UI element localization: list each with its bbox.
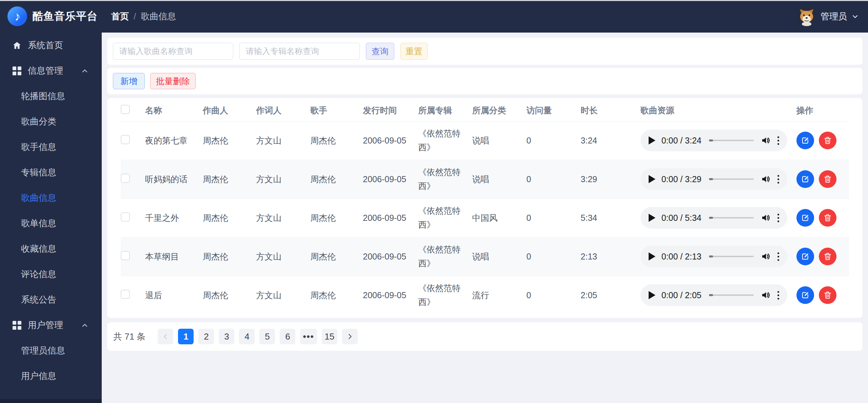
audio-player[interactable]: 0:00 / 2:05 [640,284,787,306]
reset-button[interactable]: 重置 [400,43,428,60]
user-menu[interactable]: 管理员 [797,6,859,26]
sidebar-subitem-label: 轮播图信息 [21,90,65,102]
page-button-6[interactable]: 6 [280,329,295,344]
player-menu-icon[interactable] [777,252,779,261]
volume-icon[interactable] [761,174,771,184]
sidebar-subitem-专辑信息[interactable]: 专辑信息 [0,160,102,185]
album-cell: 《依然范特西》 [418,276,472,314]
play-icon[interactable] [649,214,655,222]
play-icon[interactable] [649,252,655,261]
album-name-search-input[interactable] [239,43,360,60]
page-button-1[interactable]: 1 [178,329,194,344]
player-progress-bar[interactable] [709,256,754,257]
composer-cell: 周杰伦 [203,237,256,276]
row-checkbox[interactable] [121,212,130,222]
song-name-search-input[interactable] [113,43,233,60]
pagination-bar: 共 71 条 123456•••15 [107,322,863,351]
row-checkbox[interactable] [121,290,130,299]
player-progress-bar[interactable] [709,217,754,218]
column-header-操作: 操作 [796,100,849,121]
song-name-cell: 夜的第七章 [145,121,203,160]
breadcrumb-current: 歌曲信息 [141,11,176,22]
edit-button[interactable] [796,132,814,149]
sidebar-subitem-评论信息[interactable]: 评论信息 [0,262,102,287]
window-top-edge [0,0,868,1]
sidebar-subitem-歌曲分类[interactable]: 歌曲分类 [0,109,102,134]
delete-button[interactable] [819,286,836,304]
singer-cell: 周杰伦 [310,160,363,198]
lyricist-cell: 方文山 [256,237,310,276]
player-menu-icon[interactable] [777,175,779,184]
song-resource-cell: 0:00 / 2:05 [640,276,796,314]
actions-cell [796,160,849,198]
sidebar-item-系统首页[interactable]: 系统首页 [0,33,102,58]
player-menu-icon[interactable] [777,136,779,145]
edit-button[interactable] [796,248,814,265]
player-menu-icon[interactable] [777,291,779,300]
audio-player[interactable]: 0:00 / 3:24 [640,130,787,151]
sidebar-item-label: 用户管理 [28,319,81,331]
delete-button[interactable] [819,170,836,188]
batch-delete-button[interactable]: 批量删除 [150,73,196,89]
player-progress-bar[interactable] [709,294,754,296]
audio-player[interactable]: 0:00 / 2:13 [640,246,787,267]
page-button-3[interactable]: 3 [219,329,234,344]
row-checkbox[interactable] [121,135,130,144]
sidebar-subitem-系统公告[interactable]: 系统公告 [0,287,102,312]
edit-button[interactable] [796,209,814,227]
edit-button[interactable] [796,286,814,304]
player-progress-bar[interactable] [709,140,754,141]
shiba-dog-avatar[interactable] [797,6,816,26]
audio-player[interactable]: 0:00 / 5:34 [640,207,787,229]
volume-icon[interactable] [761,135,771,146]
song-name-cell: 听妈妈的话 [145,160,203,198]
search-panel: 查询 重置 [107,38,863,65]
player-menu-icon[interactable] [777,214,779,222]
sidebar-item-信息管理[interactable]: 信息管理 [0,58,102,83]
page-button-5[interactable]: 5 [259,329,275,344]
page-button-4[interactable]: 4 [239,329,255,344]
delete-button[interactable] [819,132,836,149]
play-icon[interactable] [649,291,655,299]
query-button[interactable]: 查询 [366,43,394,60]
page-button-2[interactable]: 2 [198,329,214,344]
volume-icon[interactable] [761,213,771,223]
sidebar-subitem-轮播图信息[interactable]: 轮播图信息 [0,83,102,109]
sidebar-item-用户管理[interactable]: 用户管理 [0,312,102,338]
song-resource-cell: 0:00 / 2:13 [640,237,796,276]
row-checkbox[interactable] [121,174,130,183]
delete-button[interactable] [819,209,836,227]
sidebar-subitem-管理员信息[interactable]: 管理员信息 [0,338,102,363]
sidebar-collapse-strip[interactable] [0,399,102,403]
chevron-right-icon[interactable] [342,329,358,344]
breadcrumb-home[interactable]: 首页 [111,11,129,22]
add-button[interactable]: 新增 [113,73,145,89]
sidebar-item-label: 系统首页 [28,39,102,51]
sidebar-subitem-歌单信息[interactable]: 歌单信息 [0,211,102,236]
page-button-15[interactable]: 15 [322,329,337,344]
delete-button[interactable] [819,248,836,265]
volume-icon[interactable] [761,290,771,300]
play-icon[interactable] [649,136,655,145]
sidebar-subitem-用户信息[interactable]: 用户信息 [0,363,102,389]
player-time-label: 0:00 / 5:34 [662,213,702,223]
chevron-left-icon[interactable] [158,329,173,344]
audio-player[interactable]: 0:00 / 3:29 [640,168,787,190]
edit-button[interactable] [796,170,814,188]
visits-cell: 0 [526,160,580,198]
select-all-checkbox[interactable] [121,105,130,114]
sidebar-subitem-label: 管理员信息 [21,345,65,357]
breadcrumb: 首页 / 歌曲信息 [111,11,176,22]
play-icon[interactable] [649,175,655,183]
page-ellipsis[interactable]: ••• [300,329,317,344]
column-header-访问量: 访问量 [526,100,580,121]
sidebar-subitem-歌手信息[interactable]: 歌手信息 [0,134,102,160]
volume-icon[interactable] [761,251,771,262]
song-name-cell: 千里之外 [145,198,203,237]
actions-cell [796,237,849,276]
sidebar-subitem-收藏信息[interactable]: 收藏信息 [0,236,102,262]
sidebar-subitem-歌曲信息[interactable]: 歌曲信息 [0,185,102,211]
duration-cell: 2:05 [581,276,640,314]
player-progress-bar[interactable] [709,178,754,180]
row-checkbox[interactable] [121,251,130,260]
